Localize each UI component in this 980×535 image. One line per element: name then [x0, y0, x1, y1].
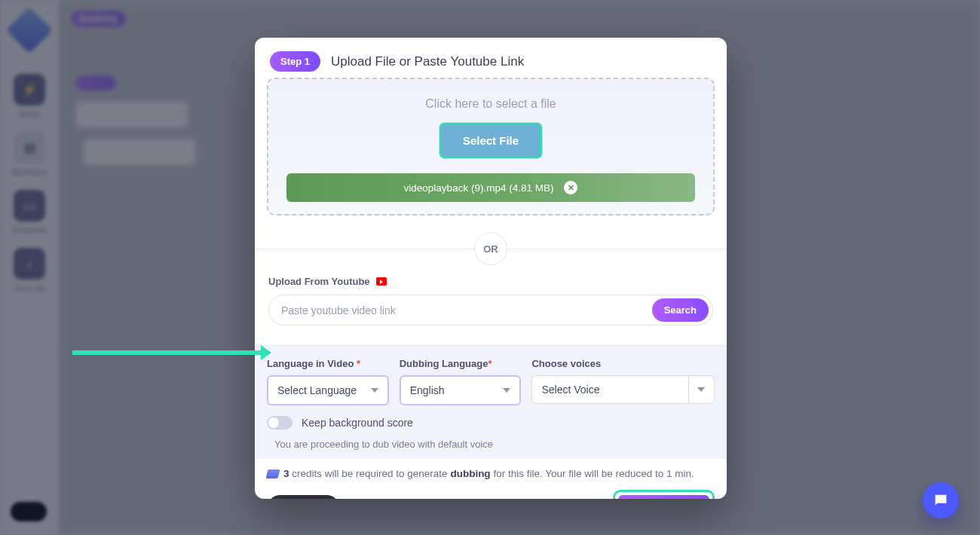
- bottom-left-badge: [11, 502, 47, 521]
- chevron-down-icon: [371, 388, 378, 393]
- remove-file-icon[interactable]: ✕: [564, 181, 577, 194]
- youtube-section-label: Upload From Youtube: [268, 276, 713, 287]
- uploaded-file-chip: videoplayback (9).mp4 (4.81 MB) ✕: [286, 173, 695, 202]
- choose-voices-label: Choose voices: [531, 358, 715, 369]
- keep-background-toggle[interactable]: [267, 416, 292, 430]
- chat-support-button[interactable]: [923, 482, 959, 518]
- back-button[interactable]: ← Back: [267, 495, 340, 499]
- youtube-link-input[interactable]: [281, 304, 652, 316]
- select-file-button[interactable]: Select File: [439, 123, 542, 158]
- youtube-search-button[interactable]: Search: [652, 298, 709, 322]
- lang-in-video-select[interactable]: Select Language: [267, 375, 389, 405]
- dropzone-hint: Click here to select a file: [283, 97, 698, 111]
- youtube-icon: [376, 277, 387, 286]
- dub-language-label: Dubbing Language*: [400, 358, 522, 369]
- chevron-down-icon: [503, 388, 510, 393]
- annotation-arrow-icon: [72, 350, 261, 355]
- keep-background-label: Keep background score: [302, 417, 413, 429]
- step-badge: Step 1: [270, 51, 320, 72]
- upload-modal: Step 1 Upload File or Paste Youtube Link…: [255, 38, 727, 499]
- choose-voices-select[interactable]: Select Voice: [531, 375, 715, 404]
- default-voice-note: You are proceeding to dub video with def…: [267, 439, 715, 450]
- step-title: Upload File or Paste Youtube Link: [331, 54, 524, 69]
- file-dropzone[interactable]: Click here to select a file Select File …: [267, 78, 715, 216]
- lang-in-video-label: Language in Video *: [267, 358, 389, 369]
- chevron-down-icon[interactable]: [689, 375, 715, 404]
- divider-or: OR: [255, 232, 727, 265]
- generate-button[interactable]: Generate →: [618, 495, 709, 499]
- youtube-input-row: Search: [268, 295, 713, 326]
- credits-info: 3 credits will be required to generate d…: [255, 459, 727, 479]
- or-label: OR: [474, 232, 507, 265]
- uploaded-file-name: videoplayback (9).mp4 (4.81 MB): [404, 182, 554, 194]
- dub-language-select[interactable]: English: [400, 375, 522, 405]
- generate-button-highlight: Generate →: [613, 490, 715, 499]
- chat-icon: [933, 492, 949, 509]
- language-section: Language in Video * Select Language Dubb…: [255, 345, 727, 459]
- credits-icon: [266, 469, 280, 478]
